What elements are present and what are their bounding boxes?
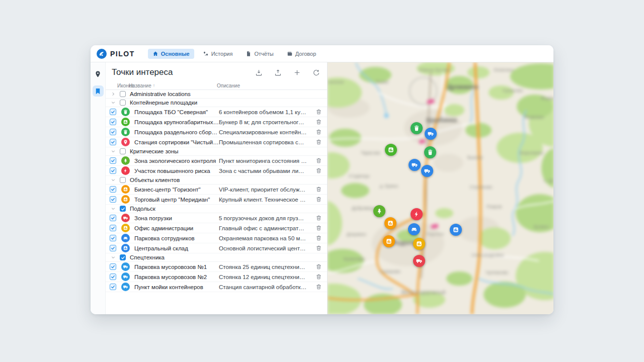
- row-checkbox[interactable]: [110, 235, 116, 241]
- table-row[interactable]: Площадка раздельного сбора "Зеленая"Спец…: [106, 127, 327, 137]
- group-checkbox[interactable]: [120, 91, 126, 97]
- map-marker-tree[interactable]: [373, 205, 385, 217]
- row-checkbox[interactable]: [110, 157, 116, 164]
- table-row[interactable]: Парковка мусоровозов №2Стоянка 12 единиц…: [106, 272, 327, 282]
- map-marker-bolt[interactable]: [411, 208, 423, 220]
- map-marker-trash[interactable]: [411, 122, 423, 134]
- column-description[interactable]: Описание: [217, 83, 327, 88]
- poi-description: Стоянка 25 единиц спецтехники. Диспетчер…: [219, 264, 310, 270]
- table-row[interactable]: Пункт мойки контейнеровСтанция санитарно…: [106, 282, 327, 292]
- rail-bookmark-icon[interactable]: [93, 85, 104, 97]
- table-row[interactable]: Офис администрацииГлавный офис с админис…: [106, 223, 327, 233]
- table-row[interactable]: Зона экологического контроляПункт монито…: [106, 156, 327, 166]
- chevron-down-icon[interactable]: [111, 206, 116, 211]
- row-checkbox[interactable]: [110, 263, 116, 270]
- poi-name: Парковка сотрудников: [134, 235, 219, 241]
- group-checkbox[interactable]: [120, 206, 126, 212]
- upload-button[interactable]: [274, 68, 282, 76]
- tab-история[interactable]: История: [198, 49, 237, 59]
- group-row[interactable]: Administrative locations: [106, 90, 327, 99]
- row-checkbox[interactable]: [110, 139, 116, 145]
- download-button[interactable]: [255, 68, 263, 76]
- svg-text:Кузнечики: Кузнечики: [344, 256, 365, 261]
- map-marker-building[interactable]: [413, 238, 425, 250]
- delete-button[interactable]: [310, 167, 327, 174]
- map-marker-building[interactable]: [385, 144, 397, 156]
- row-checkbox[interactable]: [110, 225, 116, 231]
- map-view[interactable]: ВоскресенскоеЯзовоЮжное БутовоДрожжиноЛо…: [327, 62, 553, 314]
- table-row[interactable]: Парковка мусоровозов №1Стоянка 25 единиц…: [106, 262, 327, 272]
- group-checkbox[interactable]: [120, 177, 126, 183]
- chevron-down-icon[interactable]: [111, 100, 116, 105]
- table-row[interactable]: Парковка сотрудниковОхраняемая парковка …: [106, 233, 327, 243]
- delete-button[interactable]: [310, 157, 327, 164]
- map-marker-building[interactable]: [383, 235, 395, 247]
- column-name[interactable]: Название ↑: [129, 83, 217, 88]
- delete-button[interactable]: [310, 245, 327, 251]
- delete-button[interactable]: [310, 235, 327, 241]
- truck-icon: [121, 214, 130, 222]
- tab-отчёты[interactable]: Отчёты: [241, 49, 278, 59]
- group-row[interactable]: Объекты клиентов: [106, 176, 327, 185]
- table-row[interactable]: Торговый центр "Меридиан"Крупный клиент.…: [106, 195, 327, 205]
- poi-description: VIP-клиент, приоритет обслуживания. Уста…: [219, 187, 310, 193]
- rail-map-pin-icon[interactable]: [93, 68, 104, 79]
- group-row[interactable]: Спецтехника: [106, 253, 327, 262]
- table-row[interactable]: Зона погрузки5 погрузочных доков для гру…: [106, 213, 327, 223]
- map-marker-car[interactable]: [408, 223, 420, 235]
- chevron-down-icon[interactable]: [111, 177, 116, 183]
- map-marker-building[interactable]: [384, 217, 396, 229]
- table-row[interactable]: Бизнес-центр "Горизонт"VIP-клиент, приор…: [106, 185, 327, 195]
- map-marker-truck[interactable]: [421, 165, 433, 177]
- poi-name: Центральный склад: [134, 245, 219, 251]
- row-checkbox[interactable]: [110, 167, 116, 174]
- row-checkbox[interactable]: [110, 284, 116, 290]
- delete-button[interactable]: [310, 109, 327, 115]
- table-row[interactable]: Станция сортировки "Чистый город"Промышл…: [106, 137, 327, 147]
- row-checkbox[interactable]: [110, 129, 116, 135]
- chevron-down-icon[interactable]: [111, 255, 116, 260]
- delete-button[interactable]: [310, 139, 327, 145]
- row-checkbox[interactable]: [110, 119, 116, 125]
- building-icon: [121, 244, 130, 252]
- delete-button[interactable]: [310, 284, 327, 290]
- add-button[interactable]: [293, 68, 301, 76]
- map-marker-trash[interactable]: [424, 146, 436, 158]
- group-checkbox[interactable]: [120, 254, 126, 260]
- group-checkbox[interactable]: [120, 100, 126, 106]
- poi-name: Торговый центр "Меридиан": [134, 197, 219, 203]
- row-checkbox[interactable]: [110, 274, 116, 280]
- table-row[interactable]: Площадка крупногабаритных отходов №12Бун…: [106, 117, 327, 127]
- tab-договор[interactable]: Договор: [282, 49, 321, 59]
- map-marker-truck[interactable]: [409, 159, 421, 171]
- delete-button[interactable]: [310, 263, 327, 270]
- row-checkbox[interactable]: [110, 109, 116, 115]
- group-row[interactable]: Контейнерные площадки: [106, 99, 327, 107]
- refresh-button[interactable]: [312, 68, 320, 76]
- row-checkbox[interactable]: [110, 245, 116, 251]
- table-row[interactable]: Участок повышенного рискаЗона с частыми …: [106, 166, 327, 176]
- delete-button[interactable]: [310, 274, 327, 280]
- chevron-down-icon[interactable]: [111, 149, 116, 154]
- delete-button[interactable]: [310, 196, 327, 203]
- chevron-right-icon[interactable]: [111, 92, 116, 97]
- delete-button[interactable]: [310, 215, 327, 221]
- map-marker-truck[interactable]: [425, 128, 437, 140]
- table-row[interactable]: Центральный складОсновной логистический …: [106, 243, 327, 253]
- delete-button[interactable]: [310, 129, 327, 135]
- app-header: PILOT ОсновныеИсторияОтчётыДоговор: [91, 45, 553, 62]
- row-checkbox[interactable]: [110, 215, 116, 221]
- row-checkbox[interactable]: [110, 186, 116, 193]
- group-row[interactable]: Критические зоны: [106, 147, 327, 156]
- map-marker-building[interactable]: [450, 224, 462, 236]
- table-row[interactable]: Площадка ТБО "Северная"6 контейнеров объ…: [106, 107, 327, 117]
- group-checkbox[interactable]: [120, 148, 126, 154]
- delete-button[interactable]: [310, 186, 327, 193]
- delete-button[interactable]: [310, 119, 327, 125]
- row-checkbox[interactable]: [110, 196, 116, 203]
- delete-button[interactable]: [310, 225, 327, 231]
- map-marker-truck[interactable]: [413, 255, 425, 267]
- tab-основные[interactable]: Основные: [148, 49, 194, 59]
- column-icon[interactable]: Иконка: [117, 83, 129, 88]
- group-row[interactable]: Подольск: [106, 205, 327, 213]
